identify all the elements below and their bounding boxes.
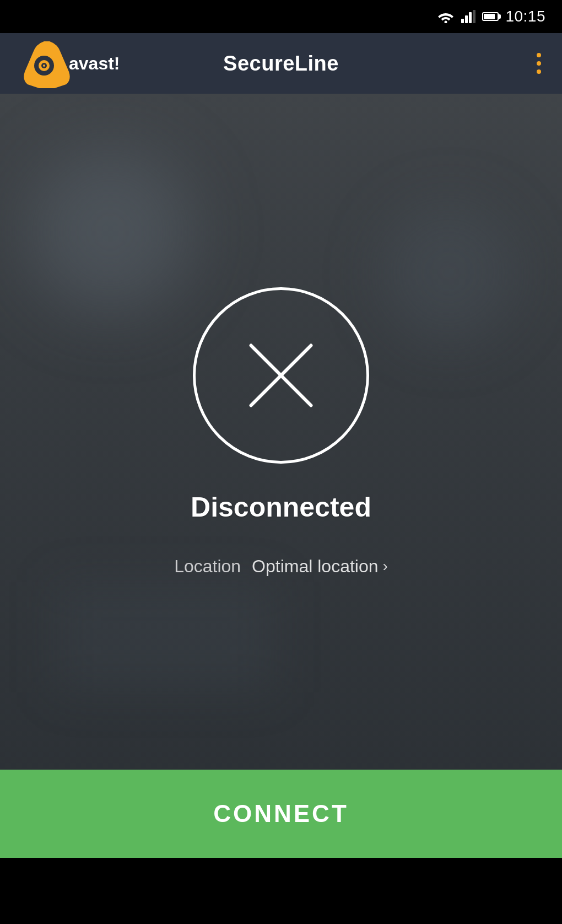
status-icons: 10:15 [437,8,545,25]
svg-point-8 [43,65,45,67]
logo-area: avast! [17,39,120,88]
svg-rect-1 [461,19,464,23]
menu-dot-1 [537,53,541,57]
connection-status: Disconnected [191,491,371,523]
connect-label: CONNECT [213,800,349,828]
content-center: Disconnected Location Optimal location › [0,94,562,770]
wifi-icon [437,10,455,23]
menu-dot-3 [537,69,541,74]
signal-icon [461,10,475,23]
status-time: 10:15 [505,8,545,25]
app-title: SecureLine [223,52,339,76]
menu-dot-2 [537,61,541,66]
location-value-text: Optimal location [252,556,378,577]
location-label: Location [174,556,241,577]
location-row[interactable]: Location Optimal location › [174,556,388,577]
location-value: Optimal location › [252,556,388,577]
status-bar: 10:15 [0,0,562,33]
menu-button[interactable] [532,49,545,78]
disconnect-button[interactable] [193,287,369,464]
app-bar: avast! SecureLine [0,33,562,94]
battery-icon [482,12,499,21]
chevron-right-icon: › [383,558,388,574]
svg-rect-2 [465,15,468,23]
main-content: Disconnected Location Optimal location ›… [0,94,562,858]
connect-button[interactable]: CONNECT [0,770,562,858]
svg-point-0 [445,21,447,24]
svg-rect-3 [469,12,472,23]
avast-logo [17,39,72,88]
svg-rect-4 [473,10,475,23]
disconnect-x-icon [242,337,320,414]
